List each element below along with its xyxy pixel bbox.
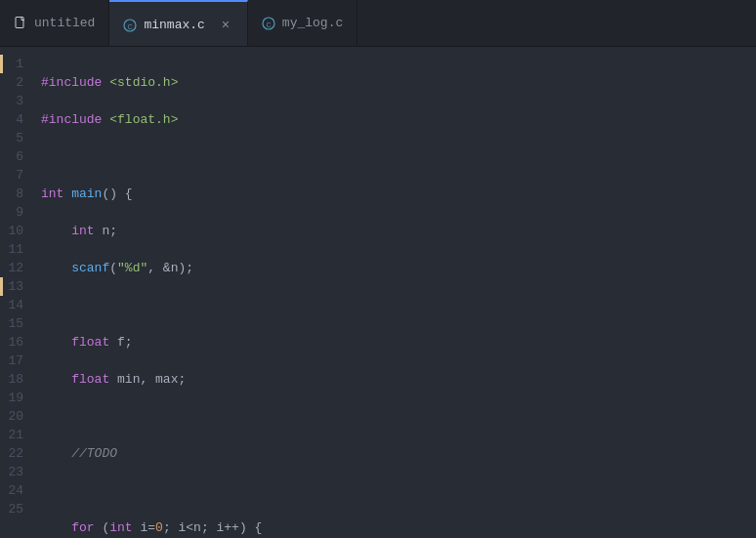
code-line-13: for (int i=0; i<n; i++) { — [41, 518, 748, 537]
code-line-12 — [41, 481, 748, 500]
editor-area[interactable]: 1 2 3 4 5 6 7 8 9 10 11 12 13 14 15 16 1… — [0, 47, 756, 538]
line-num-8: 8 — [0, 185, 37, 203]
line-num-16: 16 — [0, 333, 37, 352]
line-num-9: 9 — [0, 203, 37, 222]
svg-text:C: C — [266, 21, 271, 27]
line-num-10: 10 — [0, 222, 37, 240]
line-num-24: 24 — [0, 481, 37, 500]
close-tab-button[interactable]: × — [218, 18, 233, 33]
line-num-18: 18 — [0, 370, 37, 389]
line-num-6: 6 — [0, 147, 37, 166]
code-line-9: float min, max; — [41, 370, 748, 389]
file-icon — [14, 17, 27, 30]
code-content[interactable]: #include <stdio.h> #include <float.h> in… — [37, 47, 756, 538]
code-line-7 — [41, 296, 748, 314]
c-file-icon-minmax: C — [123, 19, 137, 32]
line-num-13: 13 — [0, 277, 37, 296]
code-line-3 — [41, 147, 748, 166]
code-line-2: #include <float.h> — [41, 110, 748, 129]
line-num-20: 20 — [0, 407, 37, 426]
line-num-3: 3 — [0, 92, 37, 110]
line-num-7: 7 — [0, 166, 37, 185]
tab-untitled[interactable]: untitled — [0, 0, 109, 46]
line-num-12: 12 — [0, 259, 37, 277]
line-num-23: 23 — [0, 463, 37, 481]
line-num-17: 17 — [0, 352, 37, 370]
code-line-1: #include <stdio.h> — [41, 73, 748, 92]
line-numbers: 1 2 3 4 5 6 7 8 9 10 11 12 13 14 15 16 1… — [0, 47, 37, 538]
code-line-6: scanf("%d", &n); — [41, 259, 748, 277]
code-line-5: int n; — [41, 222, 748, 240]
svg-rect-0 — [16, 18, 23, 28]
code-line-11: //TODO — [41, 444, 748, 463]
line-num-15: 15 — [0, 314, 37, 333]
line-num-14: 14 — [0, 296, 37, 314]
line-num-2: 2 — [0, 73, 37, 92]
tab-bar: untitled C minmax.c × C my_log.c — [0, 0, 756, 47]
line-num-21: 21 — [0, 426, 37, 444]
tab-mylog[interactable]: C my_log.c — [248, 0, 357, 46]
line-num-5: 5 — [0, 129, 37, 147]
code-line-4: int main() { — [41, 185, 748, 203]
tab-mylog-label: my_log.c — [282, 16, 343, 30]
tab-minmax-label: minmax.c — [144, 18, 204, 32]
code-line-10 — [41, 407, 748, 426]
line-num-4: 4 — [0, 110, 37, 129]
line-num-25: 25 — [0, 500, 37, 518]
tab-minmax[interactable]: C minmax.c × — [109, 0, 247, 46]
line-num-11: 11 — [0, 240, 37, 259]
line-num-19: 19 — [0, 389, 37, 407]
tab-untitled-label: untitled — [34, 16, 95, 30]
c-file-icon-mylog: C — [262, 17, 275, 30]
svg-text:C: C — [128, 22, 133, 29]
line-num-1: 1 — [0, 55, 37, 73]
code-line-8: float f; — [41, 333, 748, 352]
line-num-22: 22 — [0, 444, 37, 463]
